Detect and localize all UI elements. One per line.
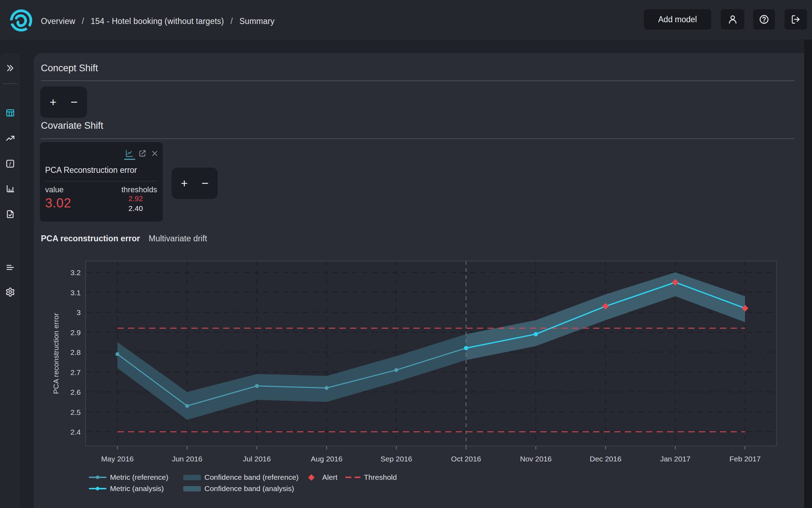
zoom-out-button[interactable]: − bbox=[197, 168, 213, 199]
threshold-low-value: 2.40 bbox=[116, 204, 155, 213]
covariate-shift-zoom-controls: + − bbox=[172, 168, 218, 199]
sidebar-item-logs[interactable] bbox=[0, 260, 20, 275]
data-point-reference[interactable] bbox=[185, 404, 189, 408]
legend-label: Metric (reference) bbox=[110, 473, 168, 482]
data-point-analysis[interactable] bbox=[534, 332, 538, 336]
sidebar-item-summary-tables[interactable] bbox=[0, 105, 20, 121]
logout-button[interactable] bbox=[785, 9, 807, 30]
value-label: value bbox=[45, 185, 64, 194]
line-chart-icon bbox=[125, 149, 134, 158]
x-tick-label: Dec 2016 bbox=[590, 455, 621, 463]
left-sidebar bbox=[0, 53, 20, 508]
svg-text:ƒ: ƒ bbox=[9, 161, 12, 167]
band-analysis-swatch bbox=[183, 486, 201, 491]
legend-item-alert[interactable]: Alert bbox=[306, 473, 337, 482]
close-icon bbox=[150, 149, 159, 158]
legend-label: Confidence band (reference) bbox=[204, 473, 299, 482]
covariate-shift-title: Covariate Shift bbox=[41, 120, 103, 131]
threshold-high-value: 2.92 bbox=[116, 194, 155, 203]
legend-label: Threshold bbox=[364, 473, 397, 482]
legend-item-metric-reference[interactable]: Metric (reference) bbox=[89, 473, 176, 482]
gear-icon bbox=[5, 287, 15, 297]
breadcrumb-model[interactable]: 154 - Hotel booking (without targets) bbox=[91, 17, 224, 26]
breadcrumb-summary[interactable]: Summary bbox=[239, 17, 275, 26]
zoom-in-button[interactable]: + bbox=[45, 86, 61, 118]
legend-item-band-reference[interactable]: Confidence band (reference) bbox=[183, 473, 299, 482]
card-open-external-button[interactable] bbox=[137, 149, 147, 158]
card-toggle-active-indicator bbox=[124, 159, 135, 160]
sidebar-item-covariate-shift[interactable] bbox=[0, 181, 20, 196]
user-icon bbox=[727, 14, 738, 25]
breadcrumb-overview[interactable]: Overview bbox=[41, 17, 75, 26]
breadcrumb: Overview / 154 - Hotel booking (without … bbox=[41, 17, 275, 26]
help-icon bbox=[759, 14, 769, 25]
data-point-reference[interactable] bbox=[325, 386, 328, 390]
external-link-icon bbox=[138, 149, 147, 158]
scrollbar-track[interactable] bbox=[804, 40, 812, 508]
y-tick-label: 2.5 bbox=[70, 408, 81, 416]
metric-value: 3.02 bbox=[45, 196, 71, 211]
thresholds-label: thresholds bbox=[121, 185, 157, 194]
data-point-reference[interactable] bbox=[255, 384, 259, 388]
x-tick-label: Aug 2016 bbox=[311, 455, 343, 463]
band-reference-swatch bbox=[183, 475, 201, 480]
sidebar-item-settings[interactable] bbox=[0, 284, 20, 300]
chart-title: PCA reconstruction error bbox=[41, 234, 140, 243]
card-close-button[interactable] bbox=[150, 149, 160, 158]
user-account-button[interactable] bbox=[721, 9, 744, 30]
sidebar-expand-button[interactable] bbox=[0, 60, 20, 76]
y-tick-label: 2.8 bbox=[70, 348, 81, 356]
chart-subtitle: Multivariate drift bbox=[149, 234, 207, 243]
y-tick-label: 2.9 bbox=[70, 328, 81, 337]
zoom-in-button[interactable]: + bbox=[176, 168, 192, 199]
chart-legend: Metric (reference) Confidence band (refe… bbox=[89, 473, 397, 493]
add-model-button[interactable]: Add model bbox=[644, 9, 711, 30]
legend-item-threshold[interactable]: Threshold bbox=[345, 473, 397, 482]
x-tick-label: Nov 2016 bbox=[520, 455, 552, 463]
threshold-dash-swatch bbox=[345, 477, 361, 478]
zoom-out-button[interactable]: − bbox=[66, 86, 82, 118]
x-tick-label: May 2016 bbox=[101, 455, 134, 463]
concept-shift-zoom-controls: + − bbox=[40, 86, 87, 118]
y-tick-label: 3.2 bbox=[70, 268, 81, 277]
data-point-reference[interactable] bbox=[116, 352, 119, 356]
legend-label: Confidence band (analysis) bbox=[204, 484, 294, 493]
covariate-shift-divider bbox=[41, 138, 794, 139]
x-tick-label: Sep 2016 bbox=[381, 455, 412, 463]
breadcrumb-separator: / bbox=[226, 17, 237, 26]
breadcrumb-separator: / bbox=[78, 17, 88, 26]
data-point-analysis[interactable] bbox=[464, 346, 468, 350]
app-window: Overview / 154 - Hotel booking (without … bbox=[0, 0, 812, 508]
brand-logo-icon[interactable] bbox=[8, 7, 35, 34]
sidebar-item-performance[interactable] bbox=[0, 131, 20, 146]
legend-item-band-analysis[interactable]: Confidence band (analysis) bbox=[183, 484, 294, 493]
menu-lines-icon bbox=[5, 262, 15, 272]
metric-card-divider bbox=[45, 181, 158, 181]
x-tick-label: Jan 2017 bbox=[660, 455, 690, 463]
y-axis-label: PCA reconstruction error bbox=[52, 313, 60, 394]
sidebar-item-data-quality[interactable] bbox=[0, 206, 20, 222]
metric-summary-card: PCA Reconstruction error value threshold… bbox=[40, 142, 163, 222]
metric-reference-swatch bbox=[89, 477, 106, 478]
legend-label: Metric (analysis) bbox=[110, 484, 164, 493]
y-tick-label: 3 bbox=[76, 308, 81, 316]
drift-line-chart[interactable]: 3.23.132.92.82.72.62.52.4May 2016Jun 201… bbox=[35, 258, 779, 470]
y-tick-label: 2.6 bbox=[70, 388, 81, 396]
x-tick-label: Jun 2016 bbox=[172, 455, 202, 463]
trending-up-icon bbox=[5, 133, 15, 143]
metric-card-title: PCA Reconstruction error bbox=[45, 165, 137, 175]
x-tick-label: Jul 2016 bbox=[243, 455, 271, 463]
sidebar-item-concept-drift[interactable]: ƒ bbox=[0, 156, 20, 171]
data-point-reference[interactable] bbox=[394, 368, 398, 372]
help-button[interactable] bbox=[753, 9, 775, 30]
concept-shift-divider bbox=[41, 80, 794, 81]
metric-analysis-swatch bbox=[89, 488, 106, 489]
card-chart-view-toggle[interactable] bbox=[124, 149, 134, 158]
legend-item-metric-analysis[interactable]: Metric (analysis) bbox=[89, 484, 176, 493]
legend-label: Alert bbox=[322, 473, 337, 482]
sidebar-divider bbox=[3, 83, 18, 84]
chart-header: PCA reconstruction error Multivariate dr… bbox=[41, 234, 207, 243]
file-check-icon bbox=[5, 209, 15, 219]
table-icon bbox=[5, 108, 15, 118]
chevrons-right-icon bbox=[6, 64, 15, 73]
